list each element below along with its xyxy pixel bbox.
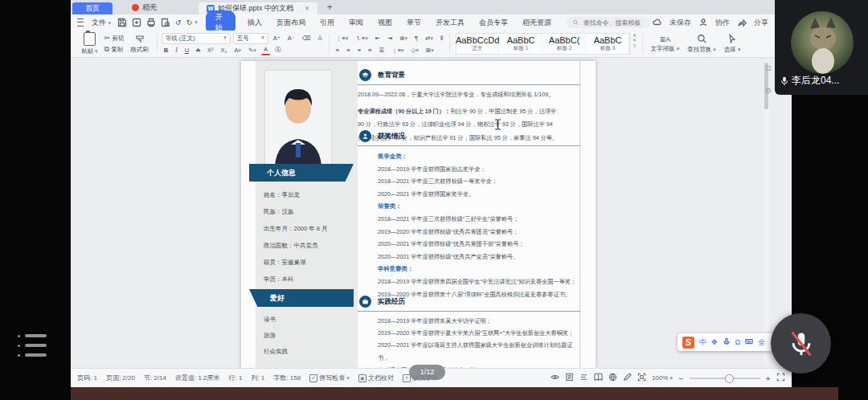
clear-format-button[interactable]: ⌫: [300, 34, 313, 43]
document-canvas[interactable]: 个人信息 姓名：李后龙民族：汉族出生年月：2000 年 8 月政治面貌：中共党员…: [71, 58, 792, 368]
distribute-button[interactable]: ☰: [376, 46, 387, 55]
ribbon-tab[interactable]: 插入: [240, 18, 269, 28]
read-layout-icon[interactable]: [594, 373, 603, 383]
cut-button[interactable]: ✂ 剪切: [102, 33, 127, 43]
font-name-select[interactable]: 等线 (正文)▾: [162, 33, 231, 44]
style-cell[interactable]: AaBbC 标题 3: [587, 34, 629, 55]
microphone-mute-button[interactable]: [771, 313, 831, 373]
page-view-icon[interactable]: [565, 373, 574, 383]
resume-page[interactable]: 个人信息 姓名：李后龙民族：汉族出生年月：2000 年 8 月政治面貌：中共党员…: [241, 61, 596, 368]
columns-button[interactable]: ⫴: [438, 34, 445, 43]
participant-video-tile[interactable]: 李后龙04...: [775, 0, 868, 95]
style-cell[interactable]: AaBbC 标题 1: [500, 34, 542, 55]
zoom-out-button[interactable]: −: [678, 373, 683, 383]
borders-button[interactable]: ⊞▾: [424, 46, 436, 55]
copy-button[interactable]: ⧉ 复制: [102, 44, 126, 55]
undo-dropdown-icon[interactable]: ▾: [194, 19, 198, 26]
outline-view-icon[interactable]: [579, 373, 588, 383]
export-icon[interactable]: [132, 18, 141, 27]
align-right-button[interactable]: ≡: [355, 46, 363, 55]
comment-rail-icon[interactable]: ⊡: [765, 64, 772, 72]
text-direction-button[interactable]: ⇄▾: [423, 34, 436, 43]
tab-home[interactable]: 首页: [72, 2, 113, 14]
format-painter-button[interactable]: 格式刷: [126, 32, 153, 55]
settings-gear-icon[interactable]: ⚙: [765, 87, 772, 95]
font-color-button[interactable]: A: [261, 45, 270, 55]
style-cell[interactable]: AaBbCcDd 正文: [457, 34, 499, 55]
ribbon-tab[interactable]: 页面布局: [269, 18, 313, 28]
undo-icon[interactable]: ↺: [173, 18, 184, 27]
hamburger-menu-icon[interactable]: [77, 18, 84, 27]
subscript-button[interactable]: X₂: [219, 46, 230, 55]
ime-voice-icon[interactable]: [723, 337, 731, 347]
select-button[interactable]: 选择 ▾: [720, 32, 745, 55]
vertical-scrollbar[interactable]: [764, 59, 769, 365]
ribbon-tab[interactable]: 视图: [371, 18, 399, 28]
ime-keyboard-icon[interactable]: [745, 337, 753, 347]
ribbon-tab[interactable]: 开发工具: [428, 18, 472, 28]
sogou-logo-icon[interactable]: S: [682, 337, 694, 349]
ime-cursor-icon[interactable]: ✥: [711, 338, 718, 346]
line-spacing-button[interactable]: ⋮≡▾: [389, 46, 406, 55]
doc-proof-button[interactable]: ▣文档校对: [358, 373, 394, 382]
underline-button[interactable]: U: [182, 46, 191, 55]
ribbon-tab[interactable]: 章节: [399, 18, 428, 28]
paste-button[interactable]: 粘贴 ▾: [77, 32, 102, 55]
ime-fullwidth-icon[interactable]: 全: [758, 337, 765, 348]
justify-button[interactable]: ≡: [366, 46, 374, 55]
eye-protection-icon[interactable]: [551, 373, 559, 383]
search-input[interactable]: [582, 18, 644, 27]
shading-button[interactable]: ◇▾: [409, 46, 421, 55]
bold-button[interactable]: B: [162, 46, 170, 55]
ribbon-tab[interactable]: 审阅: [342, 18, 371, 28]
strikethrough-button[interactable]: A: [194, 46, 203, 55]
command-search-box[interactable]: [567, 17, 650, 28]
new-tab-button[interactable]: +: [327, 2, 333, 13]
decrease-indent-button[interactable]: ⇤: [373, 34, 383, 43]
paragraph-mark-button[interactable]: ¶: [412, 34, 420, 43]
text-layout-button[interactable]: ≣A 文字排版 ▾: [647, 32, 684, 55]
spell-check-toggle[interactable]: ✓拼写检查 ▾: [309, 373, 350, 382]
tab-docer[interactable]: 稻壳: [124, 0, 165, 14]
bullet-list-button[interactable]: ⋮≡▾: [334, 34, 350, 43]
close-tab-icon[interactable]: ×: [305, 4, 309, 13]
align-left-button[interactable]: ≡: [334, 46, 342, 55]
style-cell[interactable]: AaBbC( 标题 2: [543, 34, 586, 55]
ime-mode-chinese-icon[interactable]: 中: [699, 337, 706, 348]
save-icon[interactable]: [117, 18, 127, 27]
font-size-select[interactable]: 五号▾: [233, 33, 268, 44]
print-icon[interactable]: [146, 18, 156, 27]
redo-icon[interactable]: ↻: [184, 18, 195, 27]
ribbon-tab[interactable]: 会员专享: [472, 18, 515, 28]
find-replace-button[interactable]: 查找替换 ▾: [683, 32, 720, 55]
ribbon-tab[interactable]: 稻壳资源: [515, 18, 559, 28]
align-center-button[interactable]: ≡: [344, 46, 352, 55]
highlight-color-button[interactable]: ✎▾: [246, 46, 259, 55]
print-preview-icon[interactable]: [161, 18, 170, 27]
enclose-characters-button[interactable]: Ⓐ: [272, 45, 284, 55]
meeting-list-icon[interactable]: [18, 334, 47, 357]
ime-symbol-icon[interactable]: Ω: [735, 338, 741, 346]
ime-toolbar[interactable]: S 中 ✥ Ω 全 ≣: [678, 333, 785, 351]
zoom-slider-knob[interactable]: [725, 374, 734, 383]
shrink-font-button[interactable]: A⁻: [285, 34, 297, 43]
superscript-button[interactable]: X²: [205, 46, 216, 55]
collaborate-button[interactable]: 协作: [714, 18, 731, 28]
grow-font-button[interactable]: A⁺: [271, 34, 283, 43]
fullscreen-icon[interactable]: [776, 373, 785, 383]
ribbon-tab[interactable]: 引用: [313, 18, 342, 28]
ink-pen-icon[interactable]: [623, 373, 632, 383]
zoom-value[interactable]: 100% ▾: [652, 374, 673, 382]
text-effects-button[interactable]: A▾: [232, 46, 244, 55]
file-menu[interactable]: 文件 ▾: [88, 18, 115, 28]
increase-indent-button[interactable]: ⇥: [385, 34, 395, 43]
phonetic-guide-button[interactable]: 𝔸: [315, 34, 325, 43]
share-button[interactable]: 分享: [752, 18, 770, 28]
asian-layout-button[interactable]: ⊗▾: [397, 34, 410, 43]
web-layout-icon[interactable]: [608, 373, 617, 383]
style-gallery-scroll[interactable]: ▴▾≡: [632, 32, 638, 55]
italic-button[interactable]: I: [173, 46, 180, 55]
zoom-slider[interactable]: [690, 378, 760, 379]
fit-page-icon[interactable]: [637, 373, 646, 383]
numbered-list-button[interactable]: ⒈≡▾: [353, 34, 370, 43]
